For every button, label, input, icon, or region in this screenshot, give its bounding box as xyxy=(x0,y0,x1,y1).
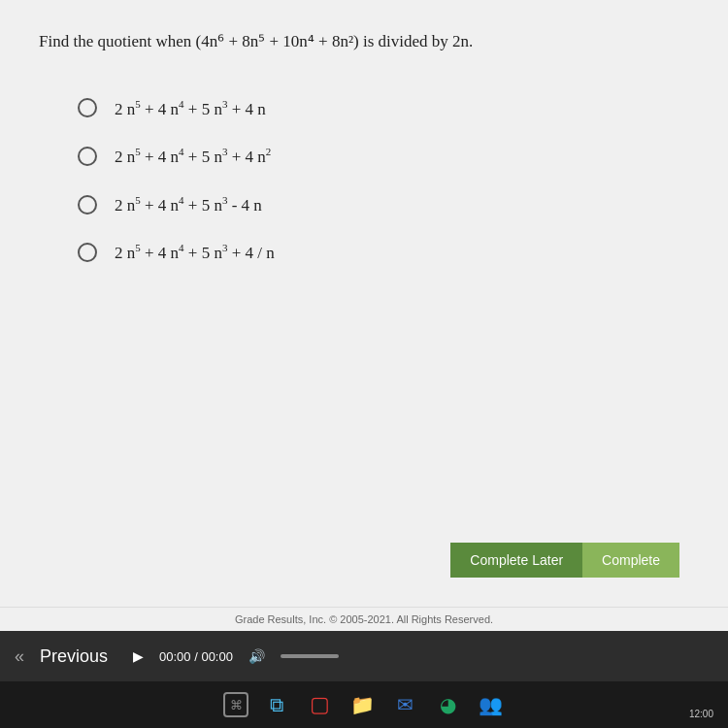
system-tray-time: 12:00 xyxy=(689,709,713,719)
complete-later-button[interactable]: Complete Later xyxy=(450,543,582,578)
option-label-b: 2 n5 + 4 n4 + 5 n3 + 4 n2 xyxy=(115,146,271,167)
play-button[interactable]: ▶ xyxy=(133,648,144,664)
option-row-c: 2 n5 + 4 n4 + 5 n3 - 4 n xyxy=(78,194,689,215)
taskbar-powerpoint-icon[interactable]: ▢ xyxy=(305,690,334,719)
radio-option-c[interactable] xyxy=(78,195,97,215)
option-row-b: 2 n5 + 4 n4 + 5 n3 + 4 n2 xyxy=(78,146,689,167)
time-display: 00:00 / 00:00 xyxy=(159,649,233,664)
footer-bar: Grade Results, Inc. © 2005-2021. All Rig… xyxy=(0,607,728,631)
complete-button[interactable]: Complete xyxy=(582,543,679,578)
taskbar-windows-icon[interactable]: ⧉ xyxy=(262,690,291,719)
taskbar-search-icon[interactable]: ⌘ xyxy=(223,692,248,717)
system-tray: 12:00 xyxy=(689,709,713,719)
radio-option-a[interactable] xyxy=(78,98,97,117)
options-container: 2 n5 + 4 n4 + 5 n3 + 4 n 2 n5 + 4 n4 + 5… xyxy=(78,98,689,264)
question-text: Find the quotient when (4n⁶ + 8n⁵ + 10n⁴… xyxy=(39,29,689,54)
taskbar-edge-icon[interactable]: ◕ xyxy=(433,690,462,719)
option-row-d: 2 n5 + 4 n4 + 5 n3 + 4 / n xyxy=(78,242,689,263)
option-row-a: 2 n5 + 4 n4 + 5 n3 + 4 n xyxy=(78,98,689,119)
previous-button[interactable]: Previous xyxy=(40,646,108,667)
chevron-left-icon[interactable]: « xyxy=(15,646,24,667)
option-label-c: 2 n5 + 4 n4 + 5 n3 - 4 n xyxy=(115,194,262,215)
main-content: Find the quotient when (4n⁶ + 8n⁵ + 10n⁴… xyxy=(0,0,728,607)
volume-bar[interactable] xyxy=(281,654,339,658)
volume-icon[interactable]: 🔊 xyxy=(248,648,265,664)
taskbar-files-icon[interactable]: 📁 xyxy=(347,690,377,719)
taskbar-teams-icon[interactable]: 👥 xyxy=(476,690,505,719)
taskbar: ⌘ ⧉ ▢ 📁 ✉ ◕ 👥 12:00 xyxy=(0,681,728,728)
buttons-area: Complete Later Complete xyxy=(39,513,689,587)
option-label-d: 2 n5 + 4 n4 + 5 n3 + 4 / n xyxy=(115,242,275,263)
radio-option-b[interactable] xyxy=(78,147,97,166)
radio-option-d[interactable] xyxy=(78,243,97,262)
taskbar-mail-icon[interactable]: ✉ xyxy=(390,690,419,719)
footer-text: Grade Results, Inc. © 2005-2021. All Rig… xyxy=(235,613,493,625)
bottom-bar: « Previous ▶ 00:00 / 00:00 🔊 xyxy=(0,631,728,681)
option-label-a: 2 n5 + 4 n4 + 5 n3 + 4 n xyxy=(115,98,266,119)
